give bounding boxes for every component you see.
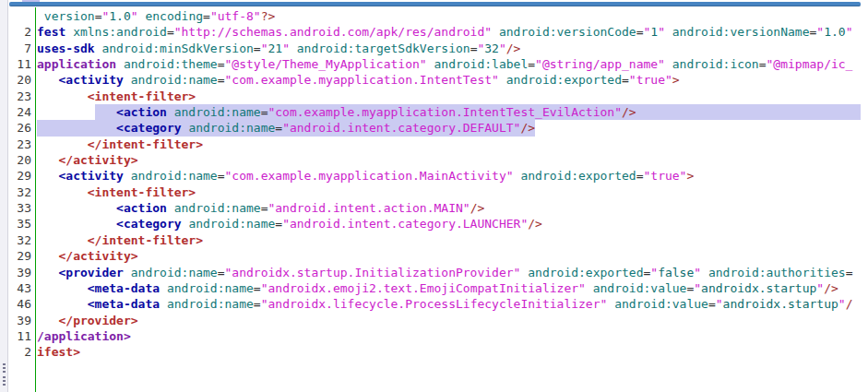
code-token: "	[650, 266, 658, 279]
code-line-text[interactable]: <category android:name="android.intent.c…	[35, 120, 861, 136]
code-token: "	[282, 42, 290, 55]
code-lines[interactable]: version="1.0" encoding="utf-8"?>2fest xm…	[9, 7, 861, 361]
code-line-text[interactable]: <action android:name="com.example.myappl…	[35, 104, 861, 120]
code-line[interactable]: version="1.0" encoding="utf-8"?>	[9, 8, 861, 24]
code-line-text[interactable]: fest xmlns:android="http://schemas.andro…	[35, 24, 861, 40]
code-line-text[interactable]: </intent-filter>	[35, 137, 861, 152]
code-line-text[interactable]: <intent-filter>	[35, 184, 861, 200]
code-tokens: fest xmlns:android="http://schemas.andro…	[37, 25, 852, 39]
splitter-grip-dots[interactable]	[3, 363, 6, 374]
code-line-text[interactable]: <activity android:name="com.example.myap…	[35, 72, 861, 88]
code-line[interactable]: 46 <meta-data android:name="androidx.lif…	[9, 296, 861, 312]
code-token: android:icon	[672, 57, 759, 71]
code-line[interactable]: 7uses-sdk android:minSdkVersion="21" and…	[9, 41, 861, 56]
code-line-text[interactable]: version="1.0" encoding="utf-8"?>	[35, 8, 861, 24]
code-token	[37, 73, 58, 87]
code-line-text[interactable]: <category android:name="android.intent.c…	[35, 216, 861, 232]
code-line-text[interactable]: <intent-filter>	[35, 89, 861, 104]
code-token: />	[506, 42, 521, 55]
code-tokens: application android:theme="@style/Theme_…	[37, 57, 852, 71]
code-token: =	[622, 73, 629, 87]
code-token: =	[218, 266, 225, 279]
code-line[interactable]: 39 </provider>	[9, 313, 861, 328]
code-line[interactable]: 2fest xmlns:android="http://schemas.andr…	[9, 24, 861, 40]
code-line-text[interactable]: </activity>	[35, 152, 861, 168]
code-line[interactable]: 24 <action android:name="com.example.mya…	[9, 104, 861, 120]
code-token	[37, 217, 116, 231]
code-line-text[interactable]: <meta-data android:name="androidx.lifecy…	[35, 296, 861, 312]
code-token	[37, 297, 88, 311]
splitter-grip-dots[interactable]	[3, 376, 6, 386]
code-tokens: <activity android:name="com.example.myap…	[37, 169, 694, 183]
code-token: android:name	[188, 217, 275, 231]
line-number: 11	[9, 328, 35, 344]
code-tokens: <category android:name="android.intent.c…	[37, 217, 542, 231]
code-line-text[interactable]: </activity>	[35, 248, 861, 264]
line-number: 24	[9, 104, 35, 120]
code-line[interactable]: 20 </activity>	[9, 152, 861, 168]
code-line-text[interactable]: <activity android:name="com.example.myap…	[35, 168, 861, 184]
code-line[interactable]: 33 <action android:name="android.intent.…	[9, 200, 861, 216]
code-token	[124, 169, 131, 183]
code-line-text[interactable]: </intent-filter>	[35, 232, 861, 248]
code-token: <activity	[58, 169, 123, 183]
line-number: 20	[9, 152, 35, 168]
code-token: "@style/Theme_MyApplication"	[225, 57, 427, 71]
code-line[interactable]: 35 <category android:name="android.inten…	[9, 216, 861, 232]
code-token: </intent-filter>	[88, 233, 203, 247]
code-token	[37, 281, 88, 295]
code-token: =	[759, 57, 767, 71]
code-tokens: <activity android:name="com.example.myap…	[37, 73, 680, 87]
code-line-text[interactable]: <provider android:name="androidx.startup…	[35, 265, 861, 280]
code-line[interactable]: 39 <provider android:name="androidx.star…	[9, 265, 861, 280]
code-line[interactable]: 23 <intent-filter>	[9, 89, 861, 104]
line-number: 32	[9, 184, 35, 200]
code-line-text[interactable]: application android:theme="@style/Theme_…	[35, 56, 861, 72]
code-token: />	[622, 105, 636, 119]
code-line[interactable]: 2ifest>	[9, 344, 861, 360]
code-area[interactable]: version="1.0" encoding="utf-8"?>2fest xm…	[9, 7, 861, 392]
code-token: "true"	[643, 169, 686, 183]
code-token: >	[672, 73, 680, 87]
code-line[interactable]: 29 <activity android:name="com.example.m…	[9, 168, 861, 184]
code-tokens: <category android:name="android.intent.c…	[37, 121, 535, 135]
code-line-text[interactable]: uses-sdk android:minSdkVersion="21" andr…	[35, 41, 861, 56]
code-line[interactable]: 11/application>	[9, 328, 861, 344]
code-token: android:value	[593, 281, 687, 295]
code-token: "com.example.myapplication.MainActivity"	[225, 169, 514, 183]
left-scrollbar-track[interactable]	[0, 0, 8, 392]
code-token	[37, 137, 88, 151]
code-tokens: uses-sdk android:minSdkVersion="21" andr…	[37, 42, 520, 55]
code-token: />	[528, 217, 542, 231]
code-line-text[interactable]: /application>	[35, 328, 861, 344]
code-token: </provider>	[58, 314, 137, 327]
code-line[interactable]: 23 </intent-filter>	[9, 137, 861, 152]
code-token: =	[203, 9, 210, 23]
code-line[interactable]: 43 <meta-data android:name="androidx.emo…	[9, 280, 861, 296]
code-line[interactable]: 29 </activity>	[9, 248, 861, 264]
code-line-text[interactable]: ifest>	[35, 344, 861, 360]
code-token	[124, 73, 131, 87]
code-line[interactable]: 20 <activity android:name="com.example.m…	[9, 72, 861, 88]
code-line[interactable]: 11application android:theme="@style/Them…	[9, 56, 861, 72]
code-line-text[interactable]: <meta-data android:name="androidx.emoji2…	[35, 280, 861, 296]
code-token	[37, 314, 58, 327]
code-token	[167, 105, 174, 119]
code-line-text[interactable]: </provider>	[35, 313, 861, 328]
code-tokens: </intent-filter>	[37, 137, 203, 151]
horizontal-scrollbar-thumb[interactable]	[9, 2, 861, 6]
code-token: 1.0	[109, 9, 130, 23]
code-token: "true"	[629, 73, 672, 87]
code-token: android:label	[434, 57, 528, 71]
code-line[interactable]: 32 </intent-filter>	[9, 232, 861, 248]
code-line-text[interactable]: <action android:name="android.intent.act…	[35, 200, 861, 216]
code-token: "androidx.emoji2.text.EmojiCompatInitial…	[261, 281, 586, 295]
code-token: application	[37, 57, 116, 71]
code-line[interactable]: 26 <category android:name="android.inten…	[9, 120, 861, 136]
code-tokens: <meta-data android:name="androidx.lifecy…	[37, 297, 852, 311]
code-token: <meta-data	[88, 297, 160, 311]
code-tokens: <action android:name="android.intent.act…	[37, 201, 484, 215]
code-token	[607, 297, 614, 311]
code-line[interactable]: 32 <intent-filter>	[9, 184, 861, 200]
code-token: "	[816, 25, 824, 39]
